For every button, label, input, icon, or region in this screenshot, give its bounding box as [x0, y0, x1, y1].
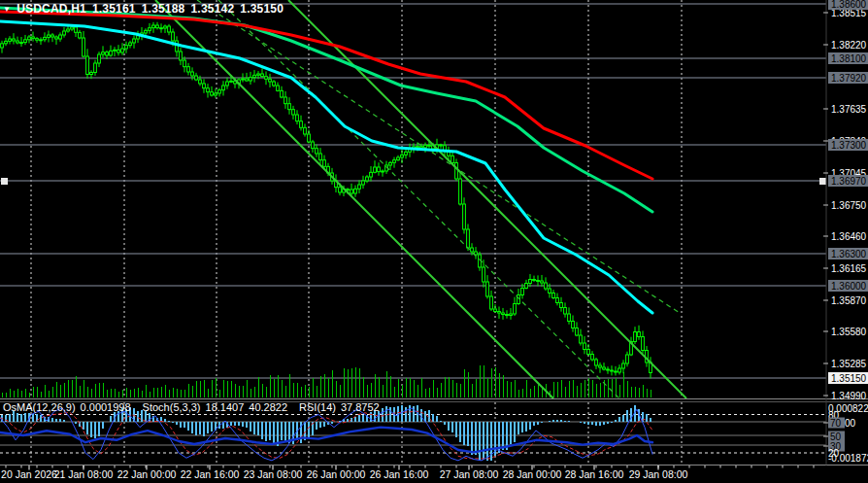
osma-label: OsMA(12,26,9) [3, 401, 76, 413]
indicator-labels: OsMA(12,26,9)0.0001998Stoch(5,3,3)18.140… [3, 401, 380, 413]
high-value: 1.35188 [142, 2, 185, 16]
svg-text:28 Jan 16:00: 28 Jan 16:00 [565, 468, 624, 480]
svg-text:-0.001872: -0.001872 [828, 453, 868, 464]
svg-text:26 Jan 16:00: 26 Jan 16:00 [370, 468, 429, 480]
stoch-d-value: 40.2822 [249, 401, 287, 413]
svg-text:1.36300: 1.36300 [831, 249, 867, 259]
candles-layer [1, 22, 652, 379]
rsi-value: 37.8752 [341, 401, 380, 413]
svg-text:29 Jan 08:00: 29 Jan 08:00 [629, 468, 688, 480]
svg-text:1.34990: 1.34990 [831, 391, 867, 401]
chevron-down-icon[interactable]: ▼ [3, 5, 11, 14]
volume-bars [2, 365, 652, 397]
svg-text:1.36970: 1.36970 [831, 176, 867, 187]
price-axis: 1.385151.382201.376351.373401.370451.367… [823, 0, 868, 401]
svg-text:1.37635: 1.37635 [831, 104, 867, 115]
time-axis[interactable]: 20 Jan 202621 Jan 08:0022 Jan 00:0022 Ja… [1, 466, 814, 480]
trendlines [155, 0, 686, 400]
svg-text:20 Jan 2026: 20 Jan 2026 [1, 468, 57, 480]
stoch-label: Stoch(5,3,3) [143, 401, 201, 413]
svg-text:26 Jan 00:00: 26 Jan 00:00 [307, 468, 366, 480]
stoch-k-value: 18.1407 [206, 401, 245, 413]
svg-text:1.36000: 1.36000 [831, 281, 867, 292]
svg-text:21 Jan 08:00: 21 Jan 08:00 [54, 468, 114, 480]
svg-text:22 Jan 16:00: 22 Jan 16:00 [181, 468, 240, 480]
svg-text:1.38100: 1.38100 [831, 53, 867, 64]
svg-text:70: 70 [830, 418, 842, 429]
svg-text:28 Jan 00:00: 28 Jan 00:00 [503, 468, 562, 480]
svg-text:1.38600: 1.38600 [831, 0, 867, 10]
svg-text:1.38220: 1.38220 [831, 40, 867, 51]
svg-text:1.35285: 1.35285 [831, 359, 867, 369]
close-value: 1.35150 [240, 2, 284, 16]
svg-text:1.35150: 1.35150 [831, 373, 867, 384]
svg-text:1.36460: 1.36460 [831, 231, 867, 242]
svg-text:1.37920: 1.37920 [831, 73, 867, 84]
svg-text:1.35580: 1.35580 [831, 327, 867, 337]
svg-text:22 Jan 00:00: 22 Jan 00:00 [117, 468, 177, 480]
svg-text:27 Jan 08:00: 27 Jan 08:00 [440, 468, 499, 480]
open-value: 1.35161 [92, 2, 136, 16]
indicator-axis: 0.000822807000503020-0.001872 [823, 403, 868, 464]
svg-text:1.36750: 1.36750 [831, 200, 867, 211]
rsi-label: RSI(14) [299, 401, 336, 413]
svg-text:1.37300: 1.37300 [831, 140, 867, 151]
svg-text:23 Jan 08:00: 23 Jan 08:00 [244, 468, 303, 480]
chart-title: ▼USDCAD,H11.351611.351881.351421.35150 [3, 2, 284, 16]
svg-text:1.36165: 1.36165 [831, 263, 867, 274]
svg-text:1.35870: 1.35870 [831, 295, 867, 306]
symbol-timeframe-label: USDCAD,H1 [17, 2, 86, 16]
svg-text:00: 00 [845, 418, 856, 429]
osma-value: 0.0001998 [81, 401, 131, 413]
chart-window[interactable]: 1.385151.382201.376351.373401.370451.367… [0, 0, 868, 483]
low-value: 1.35142 [191, 2, 235, 16]
